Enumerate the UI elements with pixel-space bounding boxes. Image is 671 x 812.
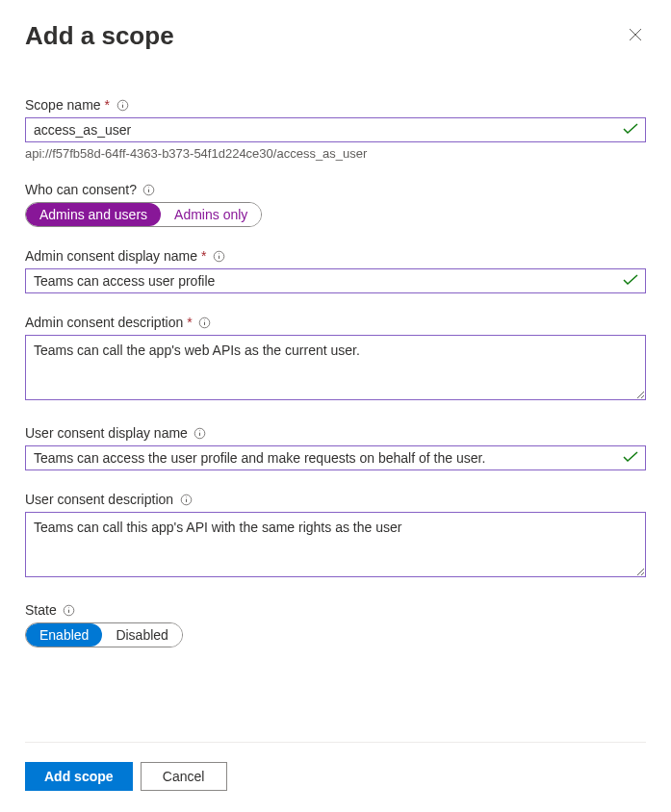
info-icon[interactable] xyxy=(212,249,225,263)
consent-option-admins-only[interactable]: Admins only xyxy=(161,203,261,226)
svg-point-22 xyxy=(68,607,69,608)
user-consent-display-label: User consent display name xyxy=(25,425,188,441)
scope-name-input[interactable] xyxy=(25,117,646,142)
admin-consent-display-label: Admin consent display name xyxy=(25,248,197,264)
consent-toggle-group: Admins and users Admins only xyxy=(25,202,262,227)
svg-point-13 xyxy=(204,319,205,320)
info-icon[interactable] xyxy=(198,316,212,329)
cancel-button[interactable]: Cancel xyxy=(141,762,227,791)
state-label: State xyxy=(25,602,57,618)
user-consent-description-textarea[interactable]: Teams can call this app's API with the s… xyxy=(25,512,646,577)
state-toggle-group: Enabled Disabled xyxy=(25,622,183,647)
info-icon[interactable] xyxy=(142,183,156,196)
scope-name-label: Scope name xyxy=(25,97,101,113)
consent-option-admins-users[interactable]: Admins and users xyxy=(26,203,161,226)
close-icon xyxy=(629,28,642,41)
who-can-consent-label: Who can consent? xyxy=(25,182,137,197)
state-option-disabled[interactable]: Disabled xyxy=(102,623,181,647)
admin-consent-display-input[interactable] xyxy=(25,268,646,293)
user-consent-display-input[interactable] xyxy=(25,445,646,470)
svg-point-4 xyxy=(122,102,123,103)
required-indicator: * xyxy=(187,315,192,330)
info-icon[interactable] xyxy=(179,493,193,506)
svg-point-7 xyxy=(148,187,149,188)
required-indicator: * xyxy=(201,248,206,264)
svg-point-16 xyxy=(199,430,200,431)
admin-consent-description-label: Admin consent description xyxy=(25,315,183,330)
page-title: Add a scope xyxy=(25,21,174,51)
info-icon[interactable] xyxy=(194,426,207,440)
svg-point-19 xyxy=(186,496,187,497)
user-consent-description-label: User consent description xyxy=(25,492,173,507)
required-indicator: * xyxy=(105,97,110,113)
admin-consent-description-textarea[interactable]: Teams can call the app's web APIs as the… xyxy=(25,335,646,400)
svg-point-10 xyxy=(219,253,219,254)
info-icon[interactable] xyxy=(116,98,129,112)
scope-uri-helper: api://f57fb58d-64ff-4363-b373-54f1d224ce… xyxy=(25,146,646,161)
state-option-enabled[interactable]: Enabled xyxy=(26,623,102,647)
info-icon[interactable] xyxy=(63,603,76,617)
add-scope-button[interactable]: Add scope xyxy=(25,762,133,791)
close-button[interactable] xyxy=(625,24,646,48)
